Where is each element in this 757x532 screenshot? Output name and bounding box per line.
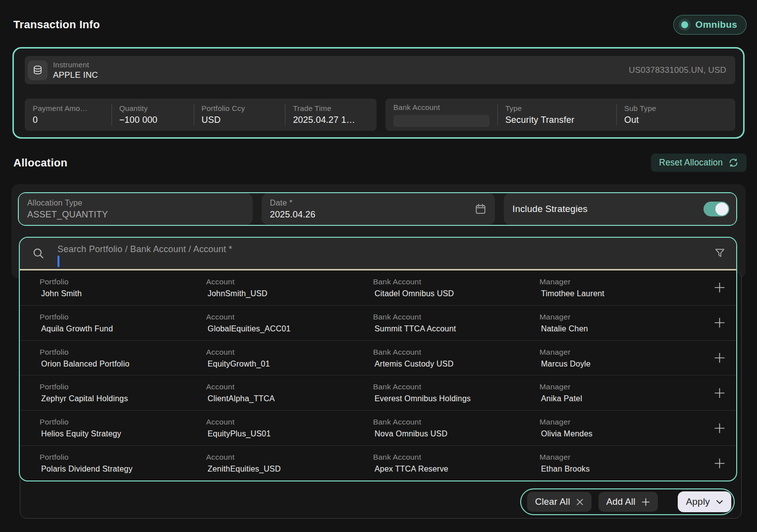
add-row-button[interactable] (708, 422, 736, 435)
portfolio-ccy-field: Portfolio Ccy USD (194, 99, 285, 131)
allocation-header: Allocation Reset Allocation (13, 154, 747, 172)
plus-icon (642, 498, 650, 506)
account-value: JohnSmith_USD (206, 289, 373, 298)
add-all-button[interactable]: Add All (598, 492, 658, 512)
add-row-button[interactable] (708, 386, 736, 400)
plus-icon (713, 281, 726, 294)
allocation-title: Allocation (13, 157, 67, 169)
bank-account-value: Citadel Omnibus USD (373, 289, 540, 298)
reset-allocation-label: Reset Allocation (659, 158, 723, 168)
allocation-type-value: ASSET_QUANTITY (27, 210, 244, 220)
result-row[interactable]: PortfolioZephyr Capital Holdings Account… (20, 375, 736, 410)
plus-icon (713, 422, 726, 435)
transaction-fields-row: Payment Amo… 0 Quantity −100 000 Portfol… (25, 99, 735, 131)
quantity-field: Quantity −100 000 (111, 99, 194, 131)
trade-time-label: Trade Time (293, 104, 369, 112)
account-col-label: Account (206, 453, 373, 462)
portfolio-value: Helios Equity Strategy (40, 429, 206, 438)
include-strategies-toggle[interactable] (703, 202, 729, 216)
instrument-value: APPLE INC (53, 70, 98, 80)
add-row-button[interactable] (708, 457, 736, 470)
account-col-label: Account (206, 418, 373, 426)
calendar-icon[interactable] (474, 203, 487, 215)
result-row[interactable]: PortfolioPolaris Dividend Strategy Accou… (20, 445, 736, 480)
manager-col-label: Manager (540, 277, 708, 286)
add-all-label: Add All (606, 496, 636, 507)
bank-account-value: Artemis Custody USD (373, 360, 540, 369)
bank-account-value: Everest Omnibus Holdings (373, 394, 540, 403)
type-field: Type Security Transfer (497, 99, 616, 131)
bank-account-label: Bank Account (393, 103, 489, 111)
manager-value: Marcus Doyle (540, 360, 708, 369)
result-row[interactable]: PortfolioHelios Equity Strategy AccountE… (20, 410, 736, 445)
filter-icon[interactable] (713, 247, 726, 260)
trade-time-field: Trade Time 2025.04.27 1… (285, 99, 377, 131)
instrument-field[interactable]: Instrument APPLE INC US0378331005.UN, US… (25, 56, 735, 84)
result-row[interactable]: PortfolioJohn Smith AccountJohnSmith_USD… (20, 270, 736, 305)
sub-type-value: Out (624, 115, 727, 125)
result-row[interactable]: PortfolioOrion Balanced Portfolio Accoun… (20, 340, 736, 375)
reset-allocation-button[interactable]: Reset Allocation (651, 154, 747, 172)
account-value: EquityPlus_US01 (206, 429, 373, 438)
transaction-info-header: Transaction Info Omnibus (13, 15, 747, 35)
bank-account-input[interactable] (393, 115, 489, 127)
transaction-info-panel: Instrument APPLE INC US0378331005.UN, US… (12, 47, 745, 139)
sub-type-label: Sub Type (624, 104, 727, 112)
manager-value: Timothee Laurent (540, 289, 708, 298)
account-col-label: Account (206, 348, 373, 357)
instrument-label: Instrument (53, 60, 98, 69)
plus-icon (713, 457, 726, 470)
transaction-fields-right: Bank Account Type Security Transfer Sub … (385, 99, 735, 131)
account-value: EquityGrowth_01 (206, 360, 373, 369)
include-strategies-label: Include Strategies (512, 204, 588, 214)
bank-account-field[interactable]: Bank Account (385, 99, 497, 131)
portfolio-col-label: Portfolio (40, 277, 206, 286)
add-row-button[interactable] (708, 281, 736, 294)
allocation-fields-row: Allocation Type ASSET_QUANTITY Date * 20… (18, 192, 737, 226)
manager-col-label: Manager (540, 313, 708, 321)
allocation-type-field[interactable]: Allocation Type ASSET_QUANTITY (19, 193, 253, 225)
bank-account-value: Summit TTCA Account (373, 324, 540, 333)
type-value: Security Transfer (505, 115, 608, 125)
manager-col-label: Manager (540, 453, 708, 462)
account-value: GlobalEquities_ACC01 (206, 324, 373, 333)
bank-account-col-label: Bank Account (373, 348, 540, 357)
portfolio-value: Polaris Dividend Strategy (40, 465, 206, 474)
sub-type-field: Sub Type Out (616, 99, 735, 131)
payment-amount-field: Payment Amo… 0 (25, 99, 111, 131)
add-row-button[interactable] (708, 351, 736, 365)
result-row[interactable]: PortfolioAquila Growth Fund AccountGloba… (20, 305, 736, 340)
omnibus-badge[interactable]: Omnibus (673, 15, 747, 35)
account-col-label: Account (206, 382, 373, 391)
clear-all-button[interactable]: Clear All (527, 492, 592, 512)
date-field[interactable]: Date * 2025.04.26 (262, 193, 495, 225)
clear-all-label: Clear All (535, 496, 570, 507)
manager-col-label: Manager (540, 348, 708, 357)
portfolio-ccy-label: Portfolio Ccy (202, 104, 277, 112)
manager-col-label: Manager (540, 418, 708, 426)
bank-account-col-label: Bank Account (373, 382, 540, 391)
manager-value: Ethan Brooks (540, 465, 708, 474)
refresh-icon (728, 158, 739, 168)
search-input[interactable]: Search Portfolio / Bank Account / Accoun… (20, 238, 736, 269)
coins-icon (28, 60, 48, 80)
manager-value: Anika Patel (540, 394, 708, 403)
portfolio-ccy-value: USD (202, 115, 277, 125)
portfolio-value: John Smith (40, 289, 206, 298)
plus-icon (713, 386, 726, 400)
bank-account-col-label: Bank Account (373, 277, 540, 286)
bank-account-col-label: Bank Account (373, 313, 540, 321)
bank-account-value: Nova Omnibus USD (373, 429, 540, 438)
allocation-type-label: Allocation Type (27, 199, 244, 208)
trade-time-value: 2025.04.27 1… (293, 115, 369, 125)
allocation-results-list: PortfolioJohn Smith AccountJohnSmith_USD… (20, 270, 736, 480)
account-col-label: Account (206, 277, 373, 286)
payment-amount-value: 0 (33, 115, 104, 125)
omnibus-dot-icon (679, 19, 691, 31)
apply-button[interactable]: Apply (678, 491, 731, 512)
add-row-button[interactable] (708, 316, 736, 329)
bank-account-col-label: Bank Account (373, 453, 540, 462)
quantity-value: −100 000 (119, 115, 186, 125)
chevron-down-icon (716, 499, 723, 505)
portfolio-col-label: Portfolio (40, 382, 206, 391)
